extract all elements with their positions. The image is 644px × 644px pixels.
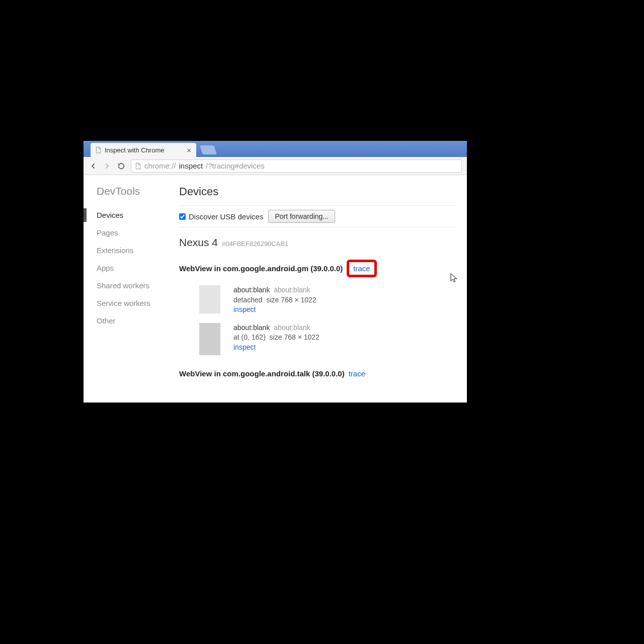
device-serial: #04FBEF826290CAB1 [222, 240, 288, 248]
page-url: about:blank [274, 286, 310, 294]
sidebar-item-shared-workers[interactable]: Shared workers [97, 277, 174, 294]
address-bar[interactable]: chrome://inspect/?tracing#devices [131, 159, 462, 173]
trace-link[interactable]: trace [353, 264, 370, 273]
new-tab-button[interactable] [200, 145, 217, 154]
file-icon [134, 163, 141, 170]
options-row: Discover USB devices Port forwarding... [179, 205, 458, 227]
url-scheme: chrome:// [144, 162, 176, 170]
sidebar-item-pages[interactable]: Pages [97, 224, 174, 242]
webview-title: WebView in com.google.android.gm (39.0.0… [179, 264, 343, 273]
page-thumbnail [199, 285, 220, 313]
page-heading: Devices [179, 185, 458, 198]
webview-page: about:blank about:blank detached size 76… [179, 285, 458, 315]
webview-title: WebView in com.google.android.talk (39.0… [179, 369, 345, 378]
page-thumbnail [199, 323, 220, 355]
tab-strip: Inspect with Chrome × [84, 141, 467, 157]
forward-button[interactable] [103, 162, 112, 171]
discover-usb-checkbox[interactable] [179, 213, 186, 220]
close-icon[interactable]: × [187, 146, 191, 154]
page-meta: about:blank about:blank detached size 76… [233, 285, 316, 315]
back-button[interactable] [89, 162, 98, 171]
device-header: Nexus 4 #04FBEF826290CAB1 [179, 236, 458, 249]
page-position: at (0, 162) [233, 333, 266, 341]
port-forwarding-button[interactable]: Port forwarding... [268, 210, 335, 223]
tab-title: Inspect with Chrome [105, 146, 165, 154]
inspect-link[interactable]: inspect [233, 343, 256, 351]
annotation-highlight: trace [347, 260, 376, 277]
discover-usb-checkbox-label[interactable]: Discover USB devices [179, 212, 263, 221]
sidebar-item-devices[interactable]: Devices [97, 206, 174, 224]
page-size: size 768 × 1022 [270, 333, 319, 341]
webview-row: WebView in com.google.android.talk (39.0… [179, 369, 458, 378]
main-panel: Devices Discover USB devices Port forwar… [174, 175, 467, 403]
content-area: DevTools Devices Pages Extensions Apps S… [84, 175, 467, 403]
toolbar: chrome://inspect/?tracing#devices [84, 157, 467, 175]
inspect-link[interactable]: inspect [233, 305, 256, 313]
sidebar-item-service-workers[interactable]: Service workers [97, 294, 174, 312]
browser-tab[interactable]: Inspect with Chrome × [91, 143, 196, 157]
page-size: size 768 × 1022 [266, 296, 316, 304]
browser-window: Inspect with Chrome × chrome://inspect/?… [84, 141, 467, 403]
sidebar-title: DevTools [97, 185, 174, 197]
discover-usb-label: Discover USB devices [189, 212, 263, 221]
page-meta: about:blank about:blank at (0, 162) size… [233, 323, 319, 355]
url-host: inspect [179, 162, 203, 170]
reload-button[interactable] [117, 162, 126, 171]
sidebar-item-other[interactable]: Other [97, 312, 174, 330]
sidebar-item-apps[interactable]: Apps [97, 259, 174, 277]
url-path: /?tracing#devices [206, 162, 265, 170]
device-name: Nexus 4 [179, 236, 218, 249]
webview-row: WebView in com.google.android.gm (39.0.0… [179, 260, 458, 277]
page-position: detached [233, 296, 263, 304]
page-name: about:blank [233, 324, 270, 332]
sidebar: DevTools Devices Pages Extensions Apps S… [84, 175, 174, 403]
page-name: about:blank [233, 286, 270, 294]
webview-page: about:blank about:blank at (0, 162) size… [179, 323, 458, 355]
page-url: about:blank [274, 324, 310, 332]
sidebar-item-extensions[interactable]: Extensions [97, 242, 174, 259]
file-icon [95, 146, 102, 153]
trace-link[interactable]: trace [349, 369, 365, 378]
